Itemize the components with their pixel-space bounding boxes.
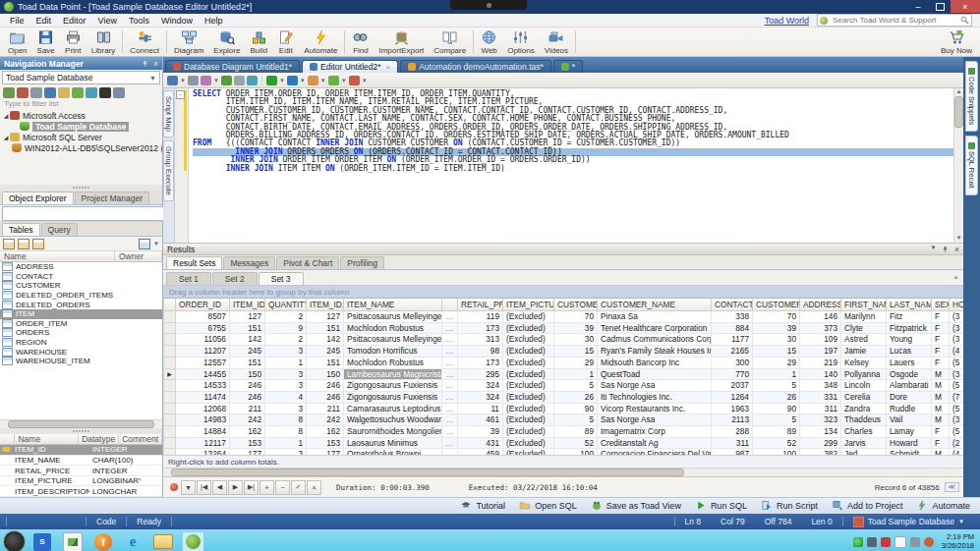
grid-cell[interactable]: 431	[458, 437, 503, 449]
export-icon[interactable]	[247, 76, 258, 85]
toolbar-button-explore[interactable]: Explore	[208, 28, 245, 56]
grid-row[interactable]: ▶144551503150Lambeosaurus Magnicristatus…	[164, 368, 979, 380]
tables-list-header[interactable]: Name Owner	[0, 251, 162, 262]
grid-cell[interactable]: 150	[307, 368, 344, 380]
grid-cell[interactable]: 98	[458, 346, 503, 358]
toolbar-button-print[interactable]: Print	[60, 28, 86, 56]
grid-cell[interactable]: 1	[753, 368, 800, 380]
toolbar-button-importexport[interactable]: ImportExport	[374, 28, 429, 56]
grid-cell[interactable]: 70	[753, 311, 800, 323]
grid-cell[interactable]: 2165	[712, 346, 753, 358]
explain-plan-icon[interactable]	[308, 76, 318, 85]
grid-cell[interactable]: Walgettosuchus Woodwardi	[344, 414, 442, 426]
delete-record-button[interactable]: −	[275, 480, 290, 495]
grid-row[interactable]: 120682113211Camarasaurus Leptodirus…11(E…	[164, 403, 979, 414]
grid-cell[interactable]: Young	[887, 334, 932, 346]
grid-cell[interactable]: 153	[307, 437, 344, 449]
import-icon[interactable]	[72, 87, 84, 98]
column-row[interactable]: RETAIL_PRICEINTEGER	[0, 466, 162, 476]
grid-cell[interactable]: 5	[554, 414, 598, 426]
grid-cell[interactable]: Laosaurus Minimus	[344, 437, 442, 449]
table-list-item[interactable]: ITEM	[0, 309, 162, 319]
column-header-customer_id1[interactable]: CUSTOMER_ID1	[753, 299, 800, 311]
grid-cell[interactable]: 11474	[176, 391, 230, 403]
grid-cell[interactable]: …	[442, 391, 458, 403]
frog-run-icon[interactable]	[221, 76, 232, 85]
toolbar-button-videos[interactable]: Videos	[540, 28, 573, 56]
grid-cell[interactable]: 146	[800, 311, 841, 323]
grid-cell[interactable]: 52	[753, 437, 800, 449]
grid-row[interactable]: 148841628162Saurornithoides Mongoliensis…	[164, 426, 979, 438]
alter-table-icon[interactable]	[18, 239, 29, 249]
grid-cell[interactable]: 1	[265, 357, 307, 368]
grid-cell[interactable]: 14884	[176, 426, 230, 438]
grid-cell[interactable]: (Excluded)	[503, 346, 554, 358]
grid-cell[interactable]: 246	[230, 391, 265, 403]
grid-cell[interactable]: F	[932, 322, 950, 334]
sql-editor[interactable]: SELECT ORDER_ITEM.ORDER_ID, ORDER_ITEM.I…	[189, 88, 953, 243]
side-tab-script-map[interactable]: Script Map	[163, 90, 174, 138]
grid-cell[interactable]: 1963	[712, 403, 753, 414]
start-button[interactable]	[4, 531, 25, 551]
taskbar-app-snagit[interactable]: S	[30, 531, 54, 551]
grid-cell[interactable]: 15	[554, 346, 598, 358]
append-record-button[interactable]: +	[259, 480, 274, 495]
grid-cell[interactable]: …	[442, 426, 458, 438]
grid-cell[interactable]: 14455	[176, 368, 230, 380]
grid-cell[interactable]: Zigongosaurus Fuxiensis	[344, 391, 442, 403]
grid-cell[interactable]: 39	[753, 322, 800, 334]
grid-cell[interactable]: QuestToad	[598, 368, 712, 380]
grid-cell[interactable]: Midsouth Bancorp Inc	[598, 357, 712, 368]
grid-row[interactable]: 121171531153Laosaurus Minimus…431(Exclud…	[164, 437, 979, 449]
grid-row[interactable]: 114742464246Zigongosaurus Fuxiensis…324(…	[164, 391, 979, 403]
grid-cell[interactable]: 219	[800, 357, 841, 368]
results-tab-pivot-chart[interactable]: Pivot & Chart	[276, 256, 339, 269]
grid-cell[interactable]: Pinaxa Sa	[598, 311, 712, 323]
grid-cell[interactable]: Iti Technologies Inc.	[598, 391, 712, 403]
grid-cell[interactable]: Imagematrix Corp	[598, 426, 712, 438]
columns-header[interactable]: Name Datatype Comment	[0, 434, 162, 445]
tray-flag-icon[interactable]	[894, 536, 906, 548]
post-edit-button[interactable]: ✓	[291, 480, 306, 495]
record-options-caret[interactable]: ▼	[181, 480, 196, 495]
grid-cell[interactable]: 3	[265, 368, 307, 380]
results-tab-result-sets[interactable]: Result Sets	[166, 256, 222, 269]
column-row[interactable]: ITEM_IDINTEGER	[0, 445, 162, 456]
table-list-item[interactable]: CONTACT	[0, 272, 162, 282]
grid-row[interactable]: 85071272127Psittacosaurus Melleyingensis…	[164, 311, 979, 323]
column-header-order_id[interactable]: ORDER_ID	[176, 299, 230, 311]
grid-row[interactable]: 149832428242Walgettosuchus Woodwardi…461…	[164, 414, 979, 426]
grid-cell[interactable]: 1177	[712, 334, 753, 346]
grid-cell[interactable]: 151	[307, 357, 344, 368]
document-tab[interactable]: Editor Untitled2*×	[302, 60, 398, 73]
grid-cell[interactable]: 1	[265, 437, 307, 449]
status-connection[interactable]: Toad Sample Database ▼	[843, 517, 974, 527]
grid-cell[interactable]: Tenet Healthcare Corporation	[598, 322, 712, 334]
grid-cell[interactable]: 295	[458, 368, 503, 380]
format-icon[interactable]	[201, 76, 211, 85]
grid-cell[interactable]: Vicorp Restaurants Inc.	[598, 403, 712, 414]
totals-hint-bar[interactable]: Right-click to add column totals.	[163, 455, 963, 468]
grid-cell[interactable]: F	[932, 357, 950, 368]
column-header-address_id[interactable]: ADDRESS_ID	[800, 299, 841, 311]
table-list-item[interactable]: CUSTOMER	[0, 281, 162, 291]
grid-row[interactable]: 112072453245Tomodon Horrificus…98(Exclud…	[164, 346, 979, 358]
prior-record-button[interactable]: ◀	[212, 480, 227, 495]
grid-cell[interactable]: 127	[230, 311, 265, 323]
dropdown-caret-icon[interactable]: ▼	[341, 78, 347, 83]
grid-cell[interactable]: 90	[753, 403, 800, 414]
grid-cell[interactable]: 173	[458, 357, 503, 368]
grid-cell[interactable]: 11207	[176, 346, 230, 358]
toolbar-button-buynow[interactable]: Buy Now	[936, 28, 977, 56]
connection-dropdown[interactable]: Toad Sample Database▼	[2, 71, 160, 84]
grid-cell[interactable]: 461	[458, 414, 503, 426]
document-tab[interactable]: *	[553, 60, 583, 73]
grid-cell[interactable]: M	[932, 414, 950, 426]
grid-cell[interactable]: M	[932, 380, 950, 392]
grid-cell[interactable]: 151	[230, 357, 265, 368]
grid-cell[interactable]: …	[442, 346, 458, 358]
grid-cell[interactable]: 109	[800, 334, 841, 346]
grid-cell[interactable]: 1264	[712, 391, 753, 403]
grid-cell[interactable]: 5	[554, 380, 598, 392]
grid-cell[interactable]: Osgode	[887, 368, 932, 380]
